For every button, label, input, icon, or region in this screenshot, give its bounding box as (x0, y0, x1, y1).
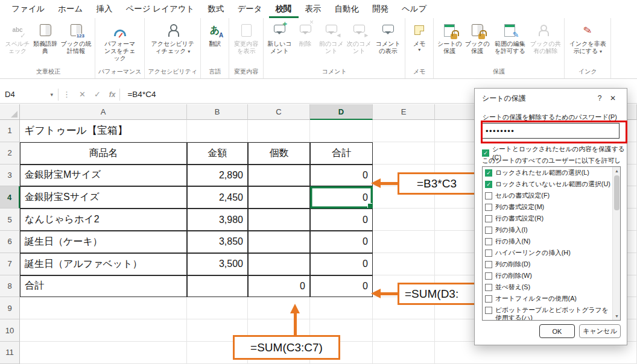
cell-E11[interactable] (373, 342, 435, 364)
col-header-C[interactable]: C (248, 104, 310, 120)
more-options-icon[interactable]: ⋮ (59, 90, 75, 99)
select-all-button[interactable] (0, 104, 20, 120)
col-header-D[interactable]: D (310, 104, 373, 120)
cell-A4[interactable]: 金銀財宝Sサイズ (20, 186, 187, 209)
cell-D5[interactable]: 0 (310, 209, 373, 231)
cell-C6[interactable] (248, 231, 310, 253)
cell-A6[interactable]: 誕生日（ケーキ） (20, 231, 187, 253)
cell-C5[interactable] (248, 209, 310, 231)
tab-developer[interactable]: 開発 (366, 0, 395, 18)
translate-button[interactable]: あA 翻訳 (203, 19, 227, 48)
tab-automate[interactable]: 自動化 (328, 0, 366, 18)
cell-B6[interactable]: 3,850 (187, 231, 248, 253)
checkbox-icon[interactable] (485, 238, 492, 245)
list-item[interactable]: 行の削除(W) (483, 270, 620, 281)
checkbox-icon[interactable] (485, 227, 492, 234)
check-performance-button[interactable]: パフォーマンスをチェック (101, 19, 139, 63)
cell-C9[interactable] (248, 297, 310, 319)
row-header-6[interactable]: 6 (0, 231, 20, 253)
cell-D4-selected[interactable]: 0 (310, 186, 373, 209)
new-comment-button[interactable]: ＋ 新しいコメント (265, 19, 293, 55)
confirm-entry-icon[interactable]: ✓ (90, 90, 105, 99)
cell-D7[interactable]: 0 (310, 253, 373, 275)
cell-E6[interactable] (373, 231, 435, 253)
tab-page-layout[interactable]: ページ レイアウト (119, 0, 201, 18)
cell-C4[interactable] (248, 186, 310, 209)
insert-function-icon[interactable]: fx (105, 90, 120, 99)
list-item[interactable]: 列の挿入(I) (483, 224, 620, 236)
unshare-workbook-button[interactable]: ブックの共有の解除 (528, 19, 562, 55)
cell-D9[interactable] (310, 297, 373, 319)
hide-ink-button[interactable]: ✎ インクを非表示にする ▾ (566, 19, 609, 55)
scrollbar-thumb[interactable] (614, 175, 620, 210)
checkbox-icon[interactable] (485, 192, 492, 199)
cell-B9[interactable] (187, 297, 248, 319)
scroll-up-icon[interactable]: ▲ (613, 167, 621, 175)
row-header-5[interactable]: 5 (0, 209, 20, 231)
row-header-10[interactable]: 10 (0, 319, 20, 342)
checkbox-icon[interactable] (485, 215, 492, 222)
cell-C8[interactable]: 0 (248, 275, 310, 298)
tab-review[interactable]: 校閲 (269, 0, 299, 18)
cell-C3[interactable] (248, 165, 310, 187)
cell-A9[interactable] (20, 297, 187, 319)
list-item[interactable]: ハイパーリンクの挿入(H) (483, 247, 620, 259)
row-header-9[interactable]: 9 (0, 297, 20, 319)
row-header-11[interactable]: 11 (0, 342, 20, 364)
row-header-1[interactable]: 1 (0, 120, 20, 142)
checkbox-icon[interactable] (485, 272, 492, 280)
cell-B8[interactable] (187, 275, 248, 298)
close-icon[interactable]: ✕ (606, 92, 620, 105)
tab-data[interactable]: データ (230, 0, 268, 18)
help-button[interactable]: ? (593, 92, 606, 105)
checkbox-checked-icon[interactable]: ✓ (482, 149, 489, 157)
list-item[interactable]: 列の書式設定(M) (483, 201, 620, 213)
cell-A1[interactable]: ギフトゥール【宝箱】 (20, 120, 187, 142)
tab-insert[interactable]: 挿入 (89, 0, 119, 18)
cell-D3[interactable]: 0 (310, 165, 373, 187)
cancel-button[interactable]: キャンセル (579, 324, 621, 338)
ok-button[interactable]: OK (539, 324, 575, 338)
cell-B1[interactable] (187, 120, 248, 142)
cell-A11[interactable] (20, 342, 187, 364)
row-header-4[interactable]: 4 (0, 186, 20, 209)
list-item[interactable]: ピボットテーブルとピボットグラフを使用する(ハ) (483, 304, 620, 321)
formula-input[interactable]: =B4*C4 (120, 90, 156, 99)
row-header-7[interactable]: 7 (0, 253, 20, 275)
list-item[interactable]: オートフィルターの使用(A) (483, 293, 620, 304)
list-item[interactable]: セルの書式設定(F) (483, 190, 620, 201)
previous-comment-button[interactable]: ◀ 前のコメント (317, 19, 345, 55)
cell-E10[interactable] (373, 319, 435, 342)
cell-A10[interactable] (20, 319, 187, 342)
scroll-down-icon[interactable]: ▼ (613, 312, 621, 320)
cell-D6[interactable]: 0 (310, 231, 373, 253)
list-item[interactable]: ✓ ロックされていないセル範囲の選択(U) (483, 178, 620, 190)
cell-D8[interactable]: 0 (310, 275, 373, 298)
cell-A5[interactable]: なんじゃらホイ2 (20, 209, 187, 231)
cell-C7[interactable] (248, 253, 310, 275)
checkbox-icon[interactable] (485, 284, 492, 291)
checkbox-checked-icon[interactable]: ✓ (485, 181, 492, 188)
cell-D1[interactable] (310, 120, 373, 142)
thesaurus-button[interactable]: 類義語辞典 (31, 19, 59, 55)
cell-B5[interactable]: 3,980 (187, 209, 248, 231)
cell-C1[interactable] (248, 120, 310, 142)
cancel-entry-icon[interactable]: ✕ (75, 90, 90, 99)
cell-B4[interactable]: 2,450 (187, 186, 248, 209)
cell-A8[interactable]: 合計 (20, 275, 187, 298)
cell-E5[interactable] (373, 209, 435, 231)
chevron-down-icon[interactable]: ▾ (50, 92, 53, 98)
cell-A3[interactable]: 金銀財宝Mサイズ (20, 165, 187, 187)
spell-check-button[interactable]: abc✓ スペルチェック (4, 19, 31, 55)
cell-E7[interactable] (373, 253, 435, 275)
cell-A7[interactable]: 誕生日（アルファベット） (20, 253, 187, 275)
list-item[interactable]: 行の挿入(N) (483, 236, 620, 247)
notes-button[interactable]: メモ ▾ (407, 19, 431, 52)
scrollbar[interactable]: ▲ ▼ (612, 167, 620, 320)
protect-sheet-button[interactable]: シートの保護 (436, 19, 463, 55)
cell-A2[interactable]: 商品名 (20, 142, 187, 165)
checkbox-icon[interactable] (485, 204, 492, 211)
show-comments-button[interactable]: コメントの表示 (373, 19, 403, 55)
cell-D2[interactable]: 合計 (310, 142, 373, 165)
list-item[interactable]: 行の書式設定(R) (483, 213, 620, 224)
